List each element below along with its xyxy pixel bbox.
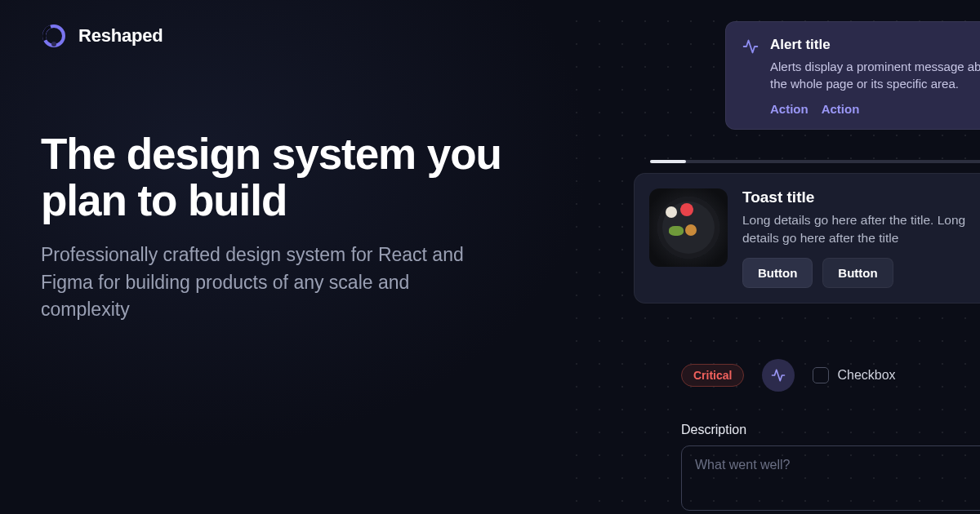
activity-icon <box>742 38 759 116</box>
toast-description: Long details go here after the title. Lo… <box>742 211 980 246</box>
toast-title: Toast title <box>742 188 980 206</box>
hero: The design system you plan to build Prof… <box>41 131 564 324</box>
alert-description: Alerts display a prominent message about… <box>770 58 980 92</box>
progress-bar <box>650 160 980 163</box>
alert-card: Alert title Alerts display a prominent m… <box>725 21 980 130</box>
svg-point-2 <box>51 42 56 47</box>
alert-title: Alert title <box>770 37 980 53</box>
checkbox-box[interactable] <box>813 367 829 383</box>
alert-action[interactable]: Action <box>822 102 860 116</box>
checkbox[interactable]: Checkbox <box>813 367 895 383</box>
progress-fill <box>650 160 686 163</box>
hero-title: The design system you plan to build <box>41 131 564 224</box>
toast-card: Toast title Long details go here after t… <box>634 173 980 304</box>
hero-subtitle: Professionally crafted design system for… <box>41 241 498 323</box>
critical-badge: Critical <box>681 364 744 387</box>
activity-icon-button[interactable] <box>762 359 795 392</box>
toast-button[interactable]: Button <box>822 258 893 288</box>
toast-thumbnail <box>649 188 728 267</box>
description-field: Description <box>681 423 980 514</box>
field-label: Description <box>681 423 980 437</box>
reshaped-logo-icon <box>41 23 67 49</box>
checkbox-label: Checkbox <box>837 368 895 383</box>
toast-button[interactable]: Button <box>742 258 813 288</box>
description-textarea[interactable] <box>681 445 980 511</box>
controls-row: Critical Checkbox <box>681 359 896 392</box>
brand-name: Reshaped <box>78 25 163 47</box>
alert-action[interactable]: Action <box>770 102 808 116</box>
brand: Reshaped <box>41 23 163 49</box>
